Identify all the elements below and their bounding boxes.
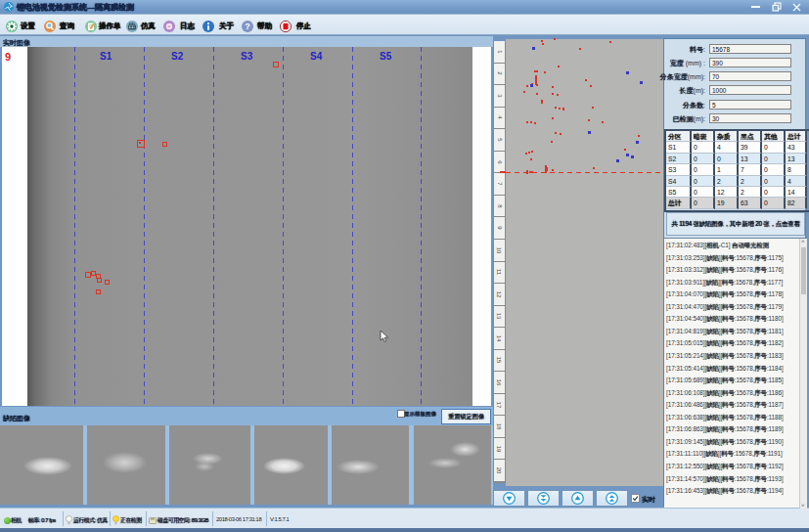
- svg-text:?: ?: [245, 22, 250, 31]
